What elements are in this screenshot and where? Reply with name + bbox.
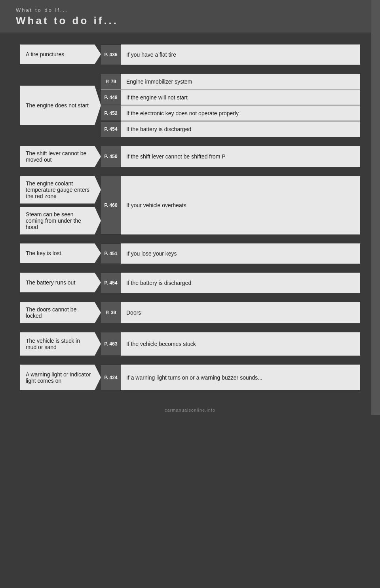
condition-text: The vehicle is stuck in mud or sand: [26, 338, 92, 350]
action-text: If the shift lever cannot be shifted fro…: [121, 146, 360, 167]
page-badge: P. 463: [101, 332, 121, 356]
condition-label: The shift lever cannot be moved out: [20, 146, 101, 167]
action-text: If a warning light turns on or a warning…: [121, 365, 360, 390]
table-row: P. 452 If the electronic key does not op…: [101, 105, 360, 121]
main-content: A tire punctures P. 436 If you have a fl…: [0, 32, 380, 415]
condition-label: The vehicle is stuck in mud or sand: [20, 332, 101, 356]
condition-label: The engine does not start: [20, 74, 101, 137]
action-text: If you have a flat tire: [121, 44, 360, 65]
list-item: A warning light or indicator light comes…: [20, 365, 360, 390]
entries-group: P. 460 If your vehicle overheats: [101, 176, 360, 235]
condition-label: The battery runs out: [20, 273, 101, 293]
list-item: The battery runs out P. 454 If the batte…: [20, 273, 360, 293]
condition-label: The engine coolant temperature gauge ent…: [20, 176, 101, 204]
page-badge: P. 452: [101, 105, 121, 121]
watermark: carmanualsonline.info: [165, 408, 215, 412]
action-text: If the engine will not start: [121, 90, 360, 105]
entries-group: P. 450 If the shift lever cannot be shif…: [101, 146, 360, 167]
condition-text: The engine coolant temperature gauge ent…: [26, 180, 92, 199]
condition-label: A tire punctures: [20, 44, 101, 65]
action-text: Engine immobilizer system: [121, 74, 360, 89]
entries-group: P. 39 Doors: [101, 302, 360, 323]
action-text: If the electronic key does not operate p…: [121, 105, 360, 121]
table-row: P. 448 If the engine will not start: [101, 90, 360, 105]
condition-text: The key is lost: [26, 250, 61, 256]
list-item: The key is lost P. 451 If you lose your …: [20, 243, 360, 264]
page-badge: P. 454: [101, 273, 121, 293]
action-text: If the battery is discharged: [121, 121, 360, 137]
condition-text: Steam can be seen coming from under the …: [26, 211, 92, 230]
table-row: P. 79 Engine immobilizer system: [101, 74, 360, 90]
condition-group: The engine coolant temperature gauge ent…: [20, 176, 101, 235]
list-item: A tire punctures P. 436 If you have a fl…: [20, 44, 360, 65]
condition-text: The shift lever cannot be moved out: [26, 150, 92, 163]
page-badge: P. 460: [101, 176, 121, 235]
action-text: Doors: [121, 302, 360, 323]
condition-text: The doors cannot be locked: [26, 306, 92, 319]
entries-group: P. 424 If a warning light turns on or a …: [101, 365, 360, 390]
condition-label: The doors cannot be locked: [20, 302, 101, 323]
action-text: If the vehicle becomes stuck: [121, 332, 360, 356]
list-item: The engine coolant temperature gauge ent…: [20, 176, 360, 235]
condition-label: The key is lost: [20, 243, 101, 264]
page-badge: P. 448: [101, 90, 121, 105]
action-text: If the battery is discharged: [121, 273, 360, 293]
page-badge: P. 79: [101, 74, 121, 89]
list-item: The shift lever cannot be moved out P. 4…: [20, 146, 360, 167]
header-section: What to do if... What to do if...: [0, 0, 380, 32]
action-text: If you lose your keys: [121, 243, 360, 264]
list-item: The doors cannot be locked P. 39 Doors: [20, 302, 360, 323]
side-bar: [371, 0, 380, 415]
page-badge: P. 39: [101, 302, 121, 323]
condition-label: Steam can be seen coming from under the …: [20, 207, 101, 235]
header-large: What to do if...: [16, 15, 364, 27]
condition-text: The battery runs out: [26, 279, 75, 286]
page-badge: P. 454: [101, 121, 121, 137]
list-item: The engine does not start P. 79 Engine i…: [20, 74, 360, 137]
table-row: P. 454 If the battery is discharged: [101, 121, 360, 137]
condition-label: A warning light or indicator light comes…: [20, 365, 101, 390]
header-small: What to do if...: [16, 7, 364, 13]
entries-group: P. 79 Engine immobilizer system P. 448 I…: [101, 74, 360, 137]
condition-text: A warning light or indicator light comes…: [26, 371, 92, 384]
condition-text: A tire punctures: [26, 51, 64, 57]
action-text: If your vehicle overheats: [121, 176, 360, 235]
condition-text: The engine does not start: [26, 102, 89, 109]
page-badge: P. 436: [101, 44, 121, 65]
entries-group: P. 436 If you have a flat tire: [101, 44, 360, 65]
page-badge: P. 450: [101, 146, 121, 167]
entries-group: P. 454 If the battery is discharged: [101, 273, 360, 293]
page-badge: P. 451: [101, 243, 121, 264]
entries-group: P. 463 If the vehicle becomes stuck: [101, 332, 360, 356]
list-item: The vehicle is stuck in mud or sand P. 4…: [20, 332, 360, 356]
entries-group: P. 451 If you lose your keys: [101, 243, 360, 264]
page-badge: P. 424: [101, 365, 121, 390]
